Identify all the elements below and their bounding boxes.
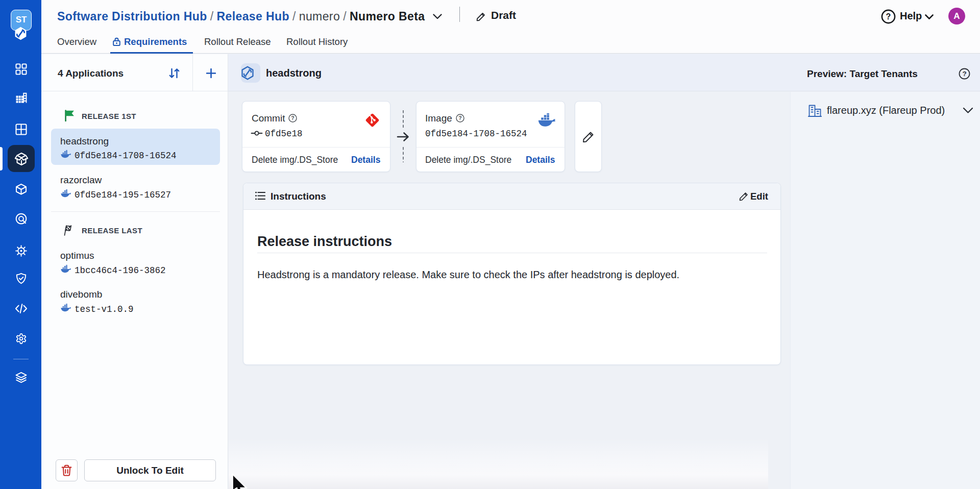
svg-text:?: ?	[886, 12, 891, 21]
svg-text:?: ?	[291, 115, 294, 121]
svg-text:?: ?	[962, 70, 966, 78]
svg-text:?: ?	[458, 115, 461, 121]
